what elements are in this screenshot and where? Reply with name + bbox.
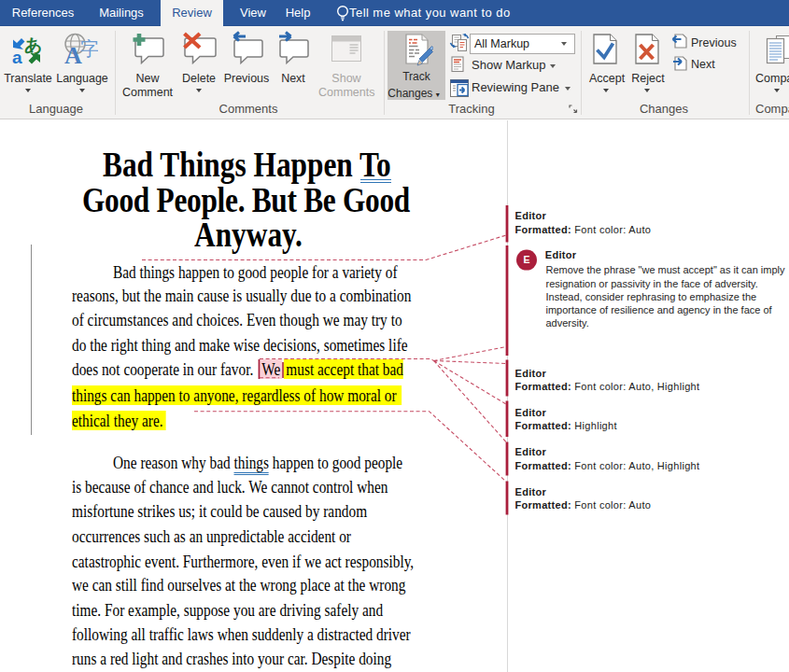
svg-text:E: E <box>523 254 529 265</box>
